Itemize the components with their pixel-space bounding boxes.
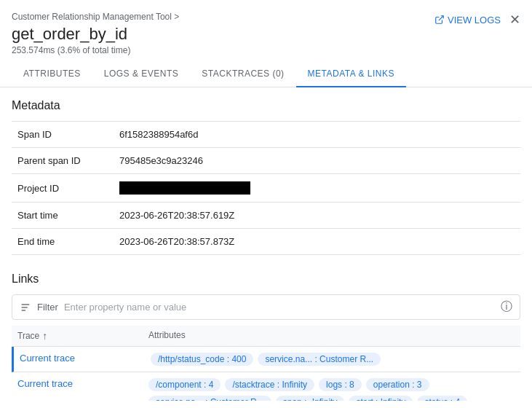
attr-chip[interactable]: span : -Infinity <box>276 396 345 401</box>
filter-label: Filter <box>37 302 58 313</box>
metadata-key: Project ID <box>12 174 114 203</box>
link-trace-anchor[interactable]: Current trace <box>17 378 73 389</box>
attr-chip[interactable]: operation : 3 <box>366 378 429 391</box>
metadata-table: Span ID6f1582388954af6dParent span ID795… <box>12 121 520 255</box>
metadata-row: Start time2023-06-26T20:38:57.619Z <box>12 203 520 229</box>
attr-chip[interactable]: /component : 4 <box>148 378 221 391</box>
attributes-column-header: Attributes <box>148 330 186 342</box>
filter-input[interactable] <box>64 302 495 313</box>
attr-chip[interactable]: start : Infinity <box>349 396 413 401</box>
metadata-row: End time2023-06-26T20:38:57.873Z <box>12 229 520 255</box>
attr-chip[interactable]: service.na... : Customer R... <box>258 353 381 366</box>
metadata-value: 2023-06-26T20:38:57.873Z <box>114 229 520 255</box>
redacted-value <box>119 181 250 195</box>
sort-icon[interactable]: ↑ <box>42 330 47 342</box>
metadata-row: Parent span ID795485e3c9a23246 <box>12 148 520 174</box>
page-subtitle: 253.574ms (3.6% of total time) <box>12 45 520 55</box>
external-link-icon <box>434 15 445 25</box>
view-logs-button[interactable]: VIEW LOGS <box>434 15 501 26</box>
tab-stacktraces[interactable]: STACKTRACES (0) <box>190 61 295 87</box>
metadata-key: Start time <box>12 203 114 229</box>
tab-attributes[interactable]: ATTRIBUTES <box>12 61 92 87</box>
link-row: Current trace/component : 4/stacktrace :… <box>12 372 520 401</box>
metadata-value: 795485e3c9a23246 <box>114 148 520 174</box>
filter-bar: Filter ⓘ <box>12 294 520 320</box>
metadata-row: Project ID <box>12 174 520 203</box>
svg-line-0 <box>439 16 443 20</box>
link-trace-anchor[interactable]: Current trace <box>20 353 75 364</box>
tab-bar: ATTRIBUTES LOGS & EVENTS STACKTRACES (0)… <box>0 61 532 87</box>
link-attributes: /http/status_code : 400service.na... : C… <box>151 353 515 366</box>
filter-icon <box>20 302 31 313</box>
metadata-value: 2023-06-26T20:38:57.619Z <box>114 203 520 229</box>
links-section: Links Filter ⓘ Trace ↑ Attributes Curren… <box>12 272 520 401</box>
attr-chip[interactable]: /stacktrace : Infinity <box>225 378 314 391</box>
link-attributes: /component : 4/stacktrace : Infinitylogs… <box>148 378 515 401</box>
metadata-value <box>114 174 520 203</box>
metadata-key: End time <box>12 229 114 255</box>
links-section-title: Links <box>12 272 520 286</box>
tab-logs-events[interactable]: LOGS & EVENTS <box>92 61 191 87</box>
attr-chip[interactable]: status : 4 <box>417 396 467 401</box>
attr-chip[interactable]: logs : 8 <box>319 378 362 391</box>
metadata-section-title: Metadata <box>12 99 520 112</box>
link-trace: Current trace <box>17 378 148 389</box>
links-table-header: Trace ↑ Attributes <box>12 326 520 347</box>
help-icon[interactable]: ⓘ <box>501 299 512 315</box>
trace-column-header: Trace ↑ <box>17 330 148 342</box>
metadata-value: 6f1582388954af6d <box>114 122 520 148</box>
metadata-key: Span ID <box>12 122 114 148</box>
links-rows: Current trace/http/status_code : 400serv… <box>12 347 520 401</box>
link-row: Current trace/http/status_code : 400serv… <box>12 347 520 372</box>
metadata-key: Parent span ID <box>12 148 114 174</box>
attr-chip[interactable]: service.na... : Customer R... <box>148 396 271 401</box>
close-button[interactable]: ✕ <box>509 12 520 28</box>
tab-metadata-links[interactable]: METADATA & LINKS <box>296 61 406 87</box>
link-trace: Current trace <box>20 353 151 364</box>
metadata-row: Span ID6f1582388954af6d <box>12 122 520 148</box>
attr-chip[interactable]: /http/status_code : 400 <box>151 353 253 366</box>
